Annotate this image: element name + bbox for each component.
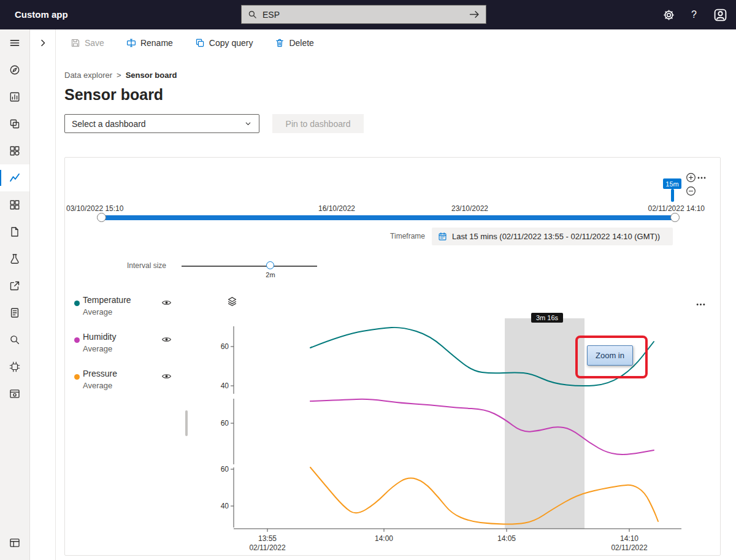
copy-query-button[interactable]: Copy query xyxy=(195,38,253,48)
y-tick-label: 60 xyxy=(221,342,229,351)
time-range-right-handle[interactable] xyxy=(670,213,680,222)
timeframe-label: Timeframe xyxy=(390,232,425,240)
search-icon xyxy=(248,10,257,19)
delete-label: Delete xyxy=(289,38,313,48)
zoom-in-button[interactable]: Zoom in xyxy=(587,345,633,366)
legend-aggregation[interactable]: Average xyxy=(83,344,112,353)
x-tick-sublabel: 02/11/2022 xyxy=(249,543,285,552)
legend-name: Humidity xyxy=(83,332,116,342)
range-more-menu-icon[interactable] xyxy=(697,173,707,183)
range-zoom-badge[interactable]: 15m xyxy=(663,178,681,189)
x-tick-label: 14:10 xyxy=(620,534,638,543)
sidebar-item-line-chart[interactable] xyxy=(0,164,29,191)
x-tick-label: 14:00 xyxy=(375,534,393,543)
range-label-mid1: 16/10/2022 xyxy=(318,204,355,213)
sidebar-item-device-groups[interactable] xyxy=(0,137,29,164)
expand-nav-chevron-icon[interactable] xyxy=(38,38,48,48)
document-icon xyxy=(9,307,20,318)
bar-chart-icon xyxy=(9,91,20,102)
range-zoom-in-button[interactable] xyxy=(686,172,696,183)
y-tick-label: 60 xyxy=(221,465,229,474)
nav-menu-toggle[interactable] xyxy=(0,29,29,56)
device-groups-icon xyxy=(9,145,20,156)
compass-icon xyxy=(9,64,20,75)
sidebar-item-edge[interactable] xyxy=(0,353,29,380)
sidebar-item-bottom[interactable] xyxy=(0,529,29,556)
sidebar-item-magnifier[interactable] xyxy=(0,326,29,353)
sidebar-item-bar-chart[interactable] xyxy=(0,83,29,110)
legend-aggregation[interactable]: Average xyxy=(83,307,112,316)
interval-slider-track[interactable] xyxy=(182,266,317,267)
dashboard-select-value: Select a dashboard xyxy=(72,119,244,129)
time-range-track[interactable] xyxy=(101,215,675,220)
page-icon xyxy=(9,226,20,237)
dashboard-select[interactable]: Select a dashboard xyxy=(64,114,259,133)
save-button[interactable]: Save xyxy=(71,38,104,48)
breadcrumb: Data explorer > Sensor board xyxy=(64,71,177,80)
sidebar-item-compass[interactable] xyxy=(0,56,29,83)
interval-value: 2m xyxy=(262,271,279,278)
layers-icon[interactable] xyxy=(227,296,237,307)
rename-button[interactable]: Rename xyxy=(126,38,173,48)
legend-item-humidity: Humidity Average xyxy=(71,328,188,358)
legend-scrollbar[interactable] xyxy=(185,410,188,436)
topbar: Custom app ESP ? xyxy=(0,0,736,29)
flask-icon xyxy=(9,253,20,264)
y-tick-label: 60 xyxy=(221,419,229,428)
page-title: Sensor board xyxy=(64,86,163,104)
range-zoom-handle[interactable] xyxy=(671,189,674,202)
sidebar-item-page[interactable] xyxy=(0,218,29,245)
legend-aggregation[interactable]: Average xyxy=(83,381,112,390)
delete-button[interactable]: Delete xyxy=(275,38,313,48)
export-icon xyxy=(9,280,20,291)
selection-duration-tooltip: 3m 16s xyxy=(531,313,563,323)
humidity-color-dot xyxy=(74,337,80,343)
delete-icon xyxy=(275,38,285,48)
help-icon[interactable]: ? xyxy=(691,9,697,20)
search-input[interactable]: ESP xyxy=(263,10,469,20)
chart-card: 15m 03/10/2022 15:10 16/10/2022 23/10/20… xyxy=(64,157,721,556)
search-submit-arrow-icon[interactable] xyxy=(469,9,480,20)
range-zoom-out-button[interactable] xyxy=(686,186,696,196)
search-box[interactable]: ESP xyxy=(241,5,486,24)
rename-label: Rename xyxy=(140,38,173,48)
eye-icon[interactable] xyxy=(161,334,172,345)
range-label-start: 03/10/2022 15:10 xyxy=(66,204,123,213)
sidebar-item-grid[interactable] xyxy=(0,191,29,218)
eye-icon[interactable] xyxy=(161,297,172,308)
rename-icon xyxy=(126,38,136,48)
legend-item-temperature: Temperature Average xyxy=(71,291,188,321)
chart-more-menu-icon[interactable] xyxy=(696,299,706,310)
sidebar-item-document[interactable] xyxy=(0,299,29,326)
sidebar-item-flask[interactable] xyxy=(0,245,29,272)
selection-band[interactable] xyxy=(505,318,585,529)
save-icon xyxy=(71,38,80,48)
pin-to-dashboard-button[interactable]: Pin to dashboard xyxy=(272,114,364,133)
legend-name: Pressure xyxy=(83,369,117,378)
sidebar-item-devices[interactable] xyxy=(0,110,29,137)
command-bar: Save Rename Copy query Delete xyxy=(56,29,736,56)
app-title: Custom app xyxy=(15,9,68,20)
table-icon xyxy=(9,537,20,548)
series-line-pressure xyxy=(310,467,658,524)
interval-slider-handle[interactable] xyxy=(266,261,274,269)
range-label-end: 02/11/2022 14:10 xyxy=(648,204,705,213)
legend-name: Temperature xyxy=(83,295,131,305)
timeframe-picker[interactable]: Last 15 mins (02/11/2022 13:55 - 02/11/2… xyxy=(432,228,673,245)
breadcrumb-current: Sensor board xyxy=(126,71,177,80)
sidebar-item-export[interactable] xyxy=(0,272,29,299)
eye-icon[interactable] xyxy=(161,371,172,382)
settings-gear-icon[interactable] xyxy=(663,9,675,21)
account-icon[interactable] xyxy=(713,8,727,22)
y-tick-label: 40 xyxy=(221,382,229,390)
interval-size-label: Interval size xyxy=(127,261,166,270)
edge-icon xyxy=(9,361,20,372)
time-range-left-handle[interactable] xyxy=(97,213,106,222)
breadcrumb-data-explorer[interactable]: Data explorer xyxy=(64,71,112,80)
devices-icon xyxy=(9,118,20,129)
left-nav xyxy=(0,29,30,560)
sidebar-item-window-gear[interactable] xyxy=(0,380,29,407)
x-tick-sublabel: 02/11/2022 xyxy=(611,543,647,552)
app-window: Custom app ESP ? Save Rename Copy query … xyxy=(0,0,736,560)
line-chart-icon xyxy=(9,172,20,183)
